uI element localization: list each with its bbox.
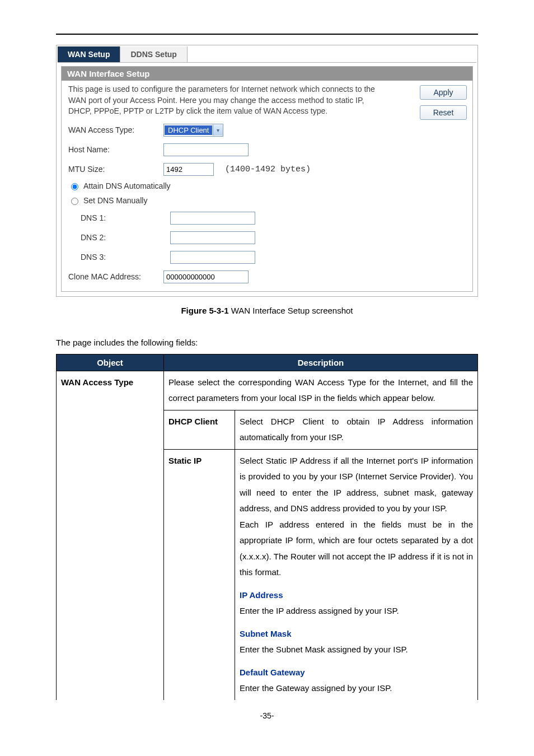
input-host-name[interactable] [163,143,249,156]
chevron-down-icon: ▾ [213,125,223,136]
heading-subnet-mask: Subnet Mask [240,626,473,642]
label-dns2: DNS 2: [81,233,170,242]
figure-number: Figure 5-3-1 [181,306,228,315]
intro-line: The page includes the following fields: [56,338,478,347]
cell-desc-wan-access-type: Please select the corresponding WAN Acce… [164,371,478,410]
radio-dns-manual[interactable] [71,198,78,205]
tab-wan-setup[interactable]: WAN Setup [58,46,120,62]
cell-desc-dhcp: Select DHCP Client to obtain IP Address … [235,410,478,449]
apply-button[interactable]: Apply [420,85,467,100]
tab-row: WAN Setup DDNS Setup [58,46,476,63]
cell-subtype-static: Static IP [164,449,235,700]
select-value: DHCP Client [165,125,212,135]
screenshot-frame: WAN Setup DDNS Setup WAN Interface Setup… [56,45,478,297]
label-clone-mac: Clone MAC Address: [68,272,163,281]
cell-subtype-dhcp: DHCP Client [164,410,235,449]
label-mtu-size: MTU Size: [68,165,163,174]
input-dns1[interactable] [170,212,255,225]
panel-description: This page is used to configure the param… [68,84,382,117]
heading-default-gateway: Default Gateway [240,665,473,681]
input-dns3[interactable] [170,251,255,264]
panel-title: WAN Interface Setup [62,67,472,81]
th-object: Object [57,354,164,371]
label-wan-access-type: WAN Access Type: [68,125,163,134]
text-ip-address: Enter the IP address assigned by your IS… [240,603,473,619]
input-clone-mac[interactable] [163,270,249,283]
description-table: Object Description WAN Access Type Pleas… [56,354,478,700]
label-dns3: DNS 3: [81,253,170,262]
input-dns2[interactable] [170,231,255,244]
tab-ddns-setup[interactable]: DDNS Setup [120,46,187,62]
cell-desc-static: Select Static IP Address if all the Inte… [235,449,478,700]
label-dns1: DNS 1: [81,213,170,222]
figure-text: WAN Interface Setup screenshot [228,306,353,315]
reset-button[interactable]: Reset [420,105,467,120]
wan-interface-panel: WAN Interface Setup Apply Reset This pag… [61,66,473,292]
figure-caption: Figure 5-3-1 WAN Interface Setup screens… [56,306,478,315]
radio-dns-auto[interactable] [71,183,78,190]
top-rule [56,34,478,35]
cell-object-wan-access-type: WAN Access Type [57,371,164,410]
input-mtu-size[interactable] [163,163,214,176]
static-main-text: Select Static IP Address if all the Inte… [240,453,473,581]
cell-object-empty-2 [57,449,164,700]
select-wan-access-type[interactable]: DHCP Client ▾ [163,124,223,137]
text-subnet-mask: Enter the Subnet Mask assigned by your I… [240,642,473,658]
label-dns-auto: Attain DNS Automatically [83,181,171,190]
th-description: Description [164,354,478,371]
cell-object-empty-1 [57,410,164,449]
label-dns-manual: Set DNS Manually [83,196,147,205]
hint-mtu: (1400-1492 bytes) [225,165,311,174]
text-default-gateway: Enter the Gateway assigned by your ISP. [240,680,473,697]
page-number: -35- [56,711,478,720]
label-host-name: Host Name: [68,145,163,154]
heading-ip-address: IP Address [240,587,473,604]
